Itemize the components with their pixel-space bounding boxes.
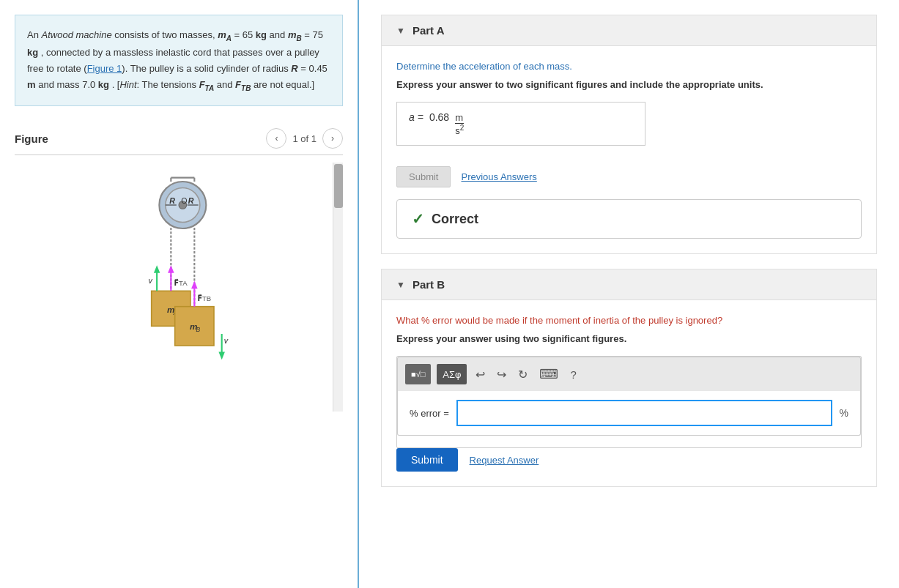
figure-section: Figure ‹ 1 of 1 ›	[15, 128, 343, 573]
correct-text: Correct	[432, 212, 478, 227]
part-a-label: Part A	[412, 24, 445, 37]
figure-scrollbar[interactable]	[333, 163, 343, 412]
undo-btn[interactable]: ↩	[473, 365, 488, 384]
part-b-input-label: % error =	[410, 408, 449, 419]
math-input-wrapper: ■√□ ΑΣφ ↩ ↪ ↻ ⌨ ? % error = %	[396, 356, 862, 448]
right-panel: ▼ Part A Determine the acceleration of e…	[359, 0, 899, 588]
part-a-answer-box: a = 0.68 m s2	[396, 102, 645, 146]
mass-mb-unit: kg	[27, 47, 38, 58]
mass-ma-unit: kg	[256, 29, 267, 40]
part-b-submit-btn[interactable]: Submit	[396, 448, 458, 472]
figure-count: 1 of 1	[292, 133, 317, 144]
svg-text:O: O	[181, 196, 187, 205]
part-b-input-row: % error = %	[397, 391, 861, 436]
part-a-description: Determine the acceleration of each mass.	[396, 61, 862, 72]
svg-marker-27	[191, 281, 198, 289]
part-b-bottom-actions: Submit Request Answer	[396, 448, 862, 472]
part-a-answer-value: 0.68	[429, 111, 449, 123]
request-answer-btn[interactable]: Request Answer	[470, 455, 539, 466]
svg-text:v: v	[148, 276, 152, 285]
part-b-description: What % error would be made if the moment…	[396, 315, 862, 326]
radius-r-label: R	[291, 63, 297, 74]
figure-prev-btn[interactable]: ‹	[266, 128, 286, 149]
part-b-section: ▼ Part B What % error would be made if t…	[381, 269, 877, 487]
atwood-machine-diagram: R R O m A	[76, 170, 281, 404]
part-a-chevron: ▼	[396, 26, 405, 36]
figure-title: Figure	[15, 133, 48, 145]
mass-mb-label: mB	[288, 29, 302, 40]
svg-text:R: R	[188, 196, 194, 205]
svg-text:R: R	[169, 196, 175, 205]
part-b-body: What % error would be made if the moment…	[382, 300, 876, 486]
scrollbar-thumb	[334, 164, 343, 208]
figure-next-btn[interactable]: ›	[322, 128, 343, 149]
part-a-previous-answers-btn[interactable]: Previous Answers	[461, 171, 536, 182]
svg-text:TA: TA	[179, 279, 188, 287]
mass-ma-label: mA	[218, 29, 232, 40]
problem-text-box: An Atwood machine consists of two masses…	[15, 15, 343, 106]
figure-header: Figure ‹ 1 of 1 ›	[15, 128, 343, 155]
svg-marker-20	[154, 266, 160, 274]
figure1-link[interactable]: Figure 1	[87, 63, 122, 74]
math-toolbar: ■√□ ΑΣφ ↩ ↪ ↻ ⌨ ?	[397, 357, 861, 391]
atwood-machine-text: Atwood machine	[42, 29, 112, 40]
figure-nav: ‹ 1 of 1 ›	[266, 128, 343, 149]
part-a-answer-unit: m s2	[455, 112, 464, 136]
keyboard-btn[interactable]: ⌨	[536, 363, 561, 385]
correct-banner: ✓ Correct	[396, 199, 862, 239]
part-a-body: Determine the acceleration of each mass.…	[382, 46, 876, 253]
radius-unit: m	[27, 79, 36, 90]
svg-marker-31	[218, 352, 225, 360]
part-a-submit-btn[interactable]: Submit	[396, 166, 451, 187]
hint-label: Hint	[119, 79, 136, 90]
ftb-label: FTB	[235, 79, 251, 90]
matrix-btn[interactable]: ■√□	[405, 364, 431, 384]
part-a-instruction: Express your answer to two significant f…	[396, 79, 862, 90]
svg-text:v: v	[224, 336, 229, 345]
left-panel: An Atwood machine consists of two masses…	[0, 0, 359, 588]
symbol-btn[interactable]: ΑΣφ	[437, 364, 467, 384]
part-b-header[interactable]: ▼ Part B	[382, 269, 876, 300]
mass-unit: kg	[98, 79, 109, 90]
help-btn[interactable]: ?	[567, 365, 579, 384]
part-b-unit-label: %	[840, 407, 848, 419]
checkmark-icon: ✓	[412, 210, 424, 228]
refresh-btn[interactable]: ↻	[515, 365, 530, 384]
part-a-header[interactable]: ▼ Part A	[382, 15, 876, 46]
svg-marker-23	[168, 266, 174, 274]
part-b-chevron: ▼	[396, 280, 405, 290]
part-a-section: ▼ Part A Determine the acceleration of e…	[381, 15, 877, 254]
redo-btn[interactable]: ↪	[494, 365, 509, 384]
part-a-actions: Submit Previous Answers	[396, 166, 862, 187]
part-b-answer-input[interactable]	[456, 400, 832, 426]
svg-text:TB: TB	[202, 295, 211, 303]
figure-image-area: R R O m A	[15, 163, 343, 412]
part-a-answer-label: a =	[409, 111, 423, 123]
part-b-label: Part B	[412, 278, 445, 291]
svg-text:B: B	[196, 326, 200, 333]
part-b-instruction: Express your answer using two significan…	[396, 333, 862, 344]
fta-label: FTA	[199, 79, 215, 90]
